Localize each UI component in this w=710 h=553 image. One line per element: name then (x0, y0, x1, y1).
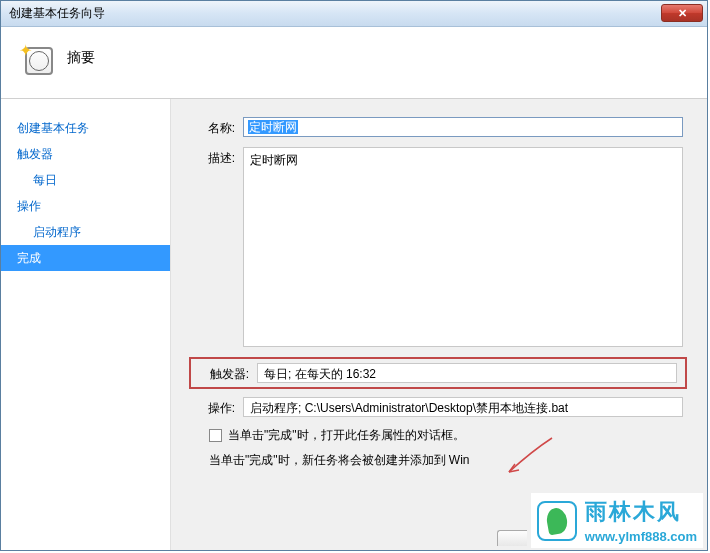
desc-value: 定时断网 (250, 153, 298, 167)
watermark-logo-icon (537, 501, 577, 541)
trigger-row: 触发器: 每日; 在每天的 16:32 (189, 357, 687, 389)
body-area: 创建基本任务 触发器 每日 操作 启动程序 完成 名称: 定时断网 描述: 定时… (1, 99, 707, 550)
window-title: 创建基本任务向导 (9, 5, 105, 22)
checkbox-row: 当单击"完成"时，打开此任务属性的对话框。 (209, 427, 687, 444)
watermark-text-cn: 雨林木风 (585, 497, 697, 527)
sidebar-item-finish[interactable]: 完成 (1, 245, 170, 271)
trigger-value: 每日; 在每天的 16:32 (257, 363, 677, 383)
wizard-icon: ✦ (21, 43, 53, 75)
titlebar: 创建基本任务向导 ✕ (1, 1, 707, 27)
header-section: ✦ 摘要 (1, 27, 707, 99)
sidebar-item-start-program[interactable]: 启动程序 (1, 219, 170, 245)
watermark: 雨林木风 www.ylmf888.com (531, 493, 703, 548)
desc-row: 描述: 定时断网 (189, 147, 687, 347)
action-row: 操作: 启动程序; C:\Users\Administrator\Desktop… (189, 397, 687, 417)
close-button[interactable]: ✕ (661, 4, 703, 22)
wizard-window: 创建基本任务向导 ✕ ✦ 摘要 创建基本任务 触发器 每日 操作 启动程序 完成… (0, 0, 708, 551)
name-input[interactable]: 定时断网 (243, 117, 683, 137)
watermark-text-en: www.ylmf888.com (585, 529, 697, 544)
name-row: 名称: 定时断网 (189, 117, 687, 137)
close-icon: ✕ (678, 7, 687, 20)
sidebar: 创建基本任务 触发器 每日 操作 启动程序 完成 (1, 99, 171, 550)
main-panel: 名称: 定时断网 描述: 定时断网 触发器: 每日; 在每天的 16:32 操作… (171, 99, 707, 550)
desc-label: 描述: (189, 147, 235, 167)
name-label: 名称: (189, 117, 235, 137)
name-value: 定时断网 (248, 120, 298, 134)
sidebar-item-daily[interactable]: 每日 (1, 167, 170, 193)
checkbox-label: 当单击"完成"时，打开此任务属性的对话框。 (228, 427, 465, 444)
sidebar-item-action[interactable]: 操作 (1, 193, 170, 219)
action-label: 操作: (189, 397, 235, 417)
action-value: 启动程序; C:\Users\Administrator\Desktop\禁用本… (243, 397, 683, 417)
sidebar-item-trigger[interactable]: 触发器 (1, 141, 170, 167)
trigger-label: 触发器: (193, 363, 249, 383)
page-title: 摘要 (67, 49, 95, 67)
button-partial[interactable] (497, 530, 527, 546)
sidebar-item-create-task[interactable]: 创建基本任务 (1, 115, 170, 141)
open-properties-checkbox[interactable] (209, 429, 222, 442)
desc-input[interactable]: 定时断网 (243, 147, 683, 347)
note-text: 当单击"完成"时，新任务将会被创建并添加到 Win (209, 452, 687, 469)
